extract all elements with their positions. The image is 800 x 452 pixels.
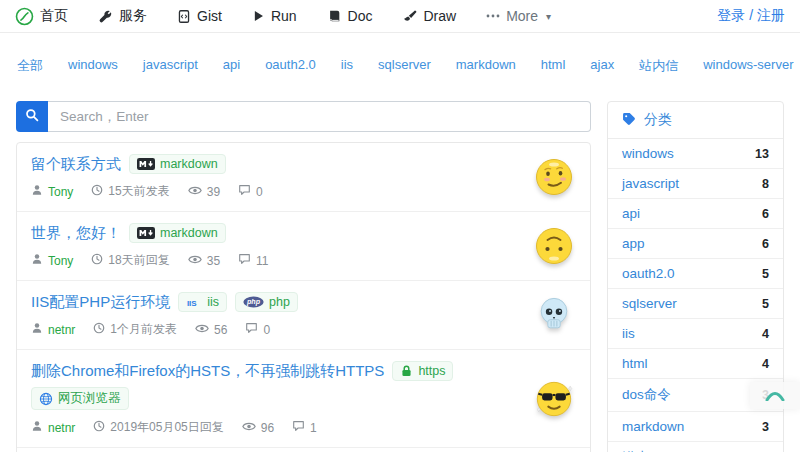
post-author[interactable]: netnr bbox=[31, 322, 75, 337]
person-icon bbox=[31, 322, 43, 337]
tag-filter-sqlserver[interactable]: sqlserver bbox=[378, 57, 431, 75]
post-tag-badge[interactable]: https bbox=[392, 361, 453, 381]
post-row: Asp.Net MVC5 + EF6的项目发布到Linux上，基于Mono的Je… bbox=[17, 447, 590, 452]
category-count: 6 bbox=[762, 207, 769, 221]
markdown-icon bbox=[137, 158, 155, 170]
post-tag-badge[interactable]: IISiis bbox=[178, 292, 227, 312]
category-item-markdown[interactable]: markdown3 bbox=[608, 411, 783, 441]
tag-filter-markdown[interactable]: markdown bbox=[456, 57, 516, 75]
tag-filter-windows-server[interactable]: windows-server bbox=[703, 57, 793, 75]
tag-filter-iis[interactable]: iis bbox=[341, 57, 353, 75]
brand-label: 首页 bbox=[40, 7, 68, 25]
php-icon: php bbox=[243, 296, 264, 308]
tag-filter-oauth2.0[interactable]: oauth2.0 bbox=[265, 57, 316, 75]
eye-icon bbox=[242, 421, 256, 435]
post-tag-badge[interactable]: 网页浏览器 bbox=[31, 387, 129, 410]
eye-icon bbox=[195, 323, 209, 337]
nav-item-label: More bbox=[506, 8, 538, 24]
nav-item-run[interactable]: Run bbox=[252, 8, 297, 24]
comment-icon bbox=[245, 322, 258, 337]
post-time: 15天前发表 bbox=[91, 183, 169, 200]
category-item-iis[interactable]: iis4 bbox=[608, 318, 783, 348]
tag-filter-javascript[interactable]: javascript bbox=[143, 57, 198, 75]
sunglasses-face-avatar[interactable] bbox=[532, 379, 576, 419]
tag-filter-row: 全部windowsjavascriptapioauth2.0iissqlserv… bbox=[0, 33, 800, 91]
nav-item-more[interactable]: More▾ bbox=[486, 8, 551, 24]
post-title-link[interactable]: IIS配置PHP运行环境 bbox=[31, 293, 170, 312]
category-item-app[interactable]: app6 bbox=[608, 228, 783, 258]
comment-icon bbox=[238, 253, 251, 268]
category-count: 6 bbox=[762, 237, 769, 251]
upside-down-face-avatar[interactable] bbox=[532, 226, 576, 266]
category-item-windows[interactable]: windows13 bbox=[608, 139, 783, 168]
nav-item-服务[interactable]: 服务 bbox=[98, 7, 147, 25]
post-time: 2019年05月05日回复 bbox=[93, 419, 223, 436]
post-views: 96 bbox=[242, 421, 274, 435]
post-tag-badge[interactable]: markdown bbox=[129, 223, 226, 243]
category-item-api[interactable]: api6 bbox=[608, 198, 783, 228]
category-item-javascript[interactable]: javascript8 bbox=[608, 168, 783, 198]
post-author[interactable]: Tony bbox=[31, 184, 73, 199]
tag-filter-api[interactable]: api bbox=[223, 57, 240, 75]
brush-icon bbox=[402, 9, 417, 24]
post-meta: Tony 15天前发表 39 0 bbox=[31, 183, 522, 200]
post-author[interactable]: netnr bbox=[31, 420, 75, 435]
clock-icon bbox=[91, 253, 103, 268]
nav-item-label: 服务 bbox=[119, 7, 147, 25]
nav-item-label: Run bbox=[271, 8, 297, 24]
skull-face-avatar[interactable] bbox=[532, 295, 576, 335]
nav-item-label: Doc bbox=[348, 8, 373, 24]
post-views: 35 bbox=[188, 254, 220, 268]
category-count: 3 bbox=[762, 420, 769, 434]
category-item-oauth2.0[interactable]: oauth2.05 bbox=[608, 258, 783, 288]
post-title-link[interactable]: 世界，您好！ bbox=[31, 224, 121, 243]
category-item-html[interactable]: html4 bbox=[608, 348, 783, 378]
post-tag-badge[interactable]: markdown bbox=[129, 154, 226, 174]
smirk-face-avatar[interactable] bbox=[532, 157, 576, 197]
post-meta: netnr 1个月前发表 56 0 bbox=[31, 321, 522, 338]
lock-icon bbox=[400, 364, 413, 378]
category-item-灌水[interactable]: 灌水3 bbox=[608, 441, 783, 452]
chevron-up-icon bbox=[764, 387, 786, 405]
post-author[interactable]: Tony bbox=[31, 253, 73, 268]
posts-column: 留个联系方式 markdown Tony 15天前发表 39 0 世界，您好！ … bbox=[16, 101, 591, 452]
nav-item-draw[interactable]: Draw bbox=[402, 8, 456, 24]
search-input[interactable] bbox=[48, 101, 591, 132]
login-register-link[interactable]: 登录 / 注册 bbox=[717, 7, 785, 25]
person-icon bbox=[31, 420, 43, 435]
brand-home[interactable]: 首页 bbox=[15, 7, 68, 26]
post-comments: 0 bbox=[238, 184, 263, 199]
iis-icon: IIS bbox=[186, 297, 202, 308]
clock-icon bbox=[91, 184, 103, 199]
post-time: 18天前回复 bbox=[91, 252, 169, 269]
clock-icon bbox=[93, 420, 105, 435]
post-title-link[interactable]: 留个联系方式 bbox=[31, 155, 121, 174]
post-list: 留个联系方式 markdown Tony 15天前发表 39 0 世界，您好！ … bbox=[16, 142, 591, 452]
category-count: 5 bbox=[762, 267, 769, 281]
post-meta: Tony 18天前回复 35 11 bbox=[31, 252, 522, 269]
nav-item-label: Draw bbox=[423, 8, 456, 24]
tag-filter-windows[interactable]: windows bbox=[68, 57, 118, 75]
post-row: IIS配置PHP运行环境 IISiisphpphp netnr 1个月前发表 5… bbox=[17, 280, 590, 349]
tag-filter-全部[interactable]: 全部 bbox=[17, 57, 43, 75]
back-to-top-button[interactable] bbox=[750, 382, 800, 409]
tag-filter-html[interactable]: html bbox=[541, 57, 566, 75]
gist-icon bbox=[177, 9, 191, 24]
play-icon bbox=[252, 9, 265, 23]
nav-item-doc[interactable]: Doc bbox=[327, 8, 373, 24]
post-tag-badge[interactable]: phpphp bbox=[235, 292, 298, 312]
post-title-link[interactable]: 删除Chrome和Firefox的HSTS，不再强制跳转HTTPS bbox=[31, 362, 384, 381]
tag-filter-站内信[interactable]: 站内信 bbox=[639, 57, 678, 75]
search-bar bbox=[16, 101, 591, 132]
main-content: 留个联系方式 markdown Tony 15天前发表 39 0 世界，您好！ … bbox=[0, 91, 800, 452]
post-views: 39 bbox=[188, 185, 220, 199]
svg-text:php: php bbox=[246, 298, 261, 306]
search-button[interactable] bbox=[16, 101, 48, 132]
tag-filter-ajax[interactable]: ajax bbox=[590, 57, 614, 75]
categories-header: 分类 bbox=[608, 102, 783, 139]
post-row: 留个联系方式 markdown Tony 15天前发表 39 0 bbox=[17, 143, 590, 211]
post-comments: 1 bbox=[292, 420, 317, 435]
nav-item-gist[interactable]: Gist bbox=[177, 8, 222, 24]
category-item-sqlserver[interactable]: sqlserver5 bbox=[608, 288, 783, 318]
category-count: 13 bbox=[755, 147, 769, 161]
